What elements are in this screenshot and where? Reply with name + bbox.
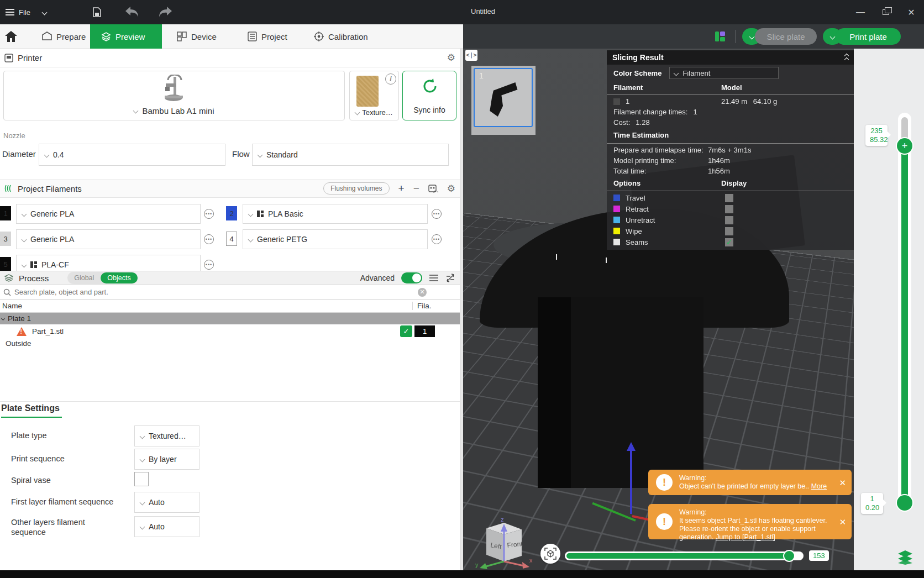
object-filament-badge[interactable]: 1: [414, 325, 435, 337]
layer-slider-bottom-handle[interactable]: [897, 495, 912, 511]
home-icon[interactable]: [4, 30, 18, 43]
sync-info-label: Sync info: [403, 106, 456, 114]
compare-presets-icon[interactable]: [445, 274, 455, 282]
seams-display-checkbox[interactable]: ✓: [725, 238, 733, 246]
filament-color-swatch: [613, 98, 620, 105]
arrange-layout-icon[interactable]: [715, 31, 726, 42]
plate-thumbnail-list: 1: [471, 66, 536, 135]
slicing-result-title: Slicing Result: [612, 53, 664, 62]
info-icon[interactable]: i: [385, 73, 396, 85]
outside-row[interactable]: Outside: [6, 339, 32, 348]
filament-2-menu[interactable]: •••: [432, 209, 442, 219]
printer-selector[interactable]: Bambu Lab A1 mini: [3, 71, 345, 120]
svg-text:y: y: [475, 561, 479, 568]
plate-type-setting-dropdown[interactable]: Textured…: [134, 425, 200, 446]
filament-5-dropdown[interactable]: PLA-CF: [16, 255, 201, 271]
navigation-cube[interactable]: Left Front z y x: [475, 516, 533, 569]
filament-1-badge: 1: [0, 206, 11, 220]
options-column-header: Options: [613, 179, 641, 187]
printer-settings-gear-icon[interactable]: ⚙: [447, 52, 455, 64]
filament-settings-gear-icon[interactable]: ⚙: [447, 183, 455, 195]
step-slider[interactable]: [565, 551, 804, 560]
undo-icon[interactable]: [123, 5, 141, 19]
close-warning-icon[interactable]: ✕: [839, 518, 846, 526]
flushing-volumes-button[interactable]: Flushing volumes: [323, 182, 389, 195]
wipe-display-checkbox[interactable]: [725, 227, 733, 235]
filament-2-dropdown[interactable]: PLA Basic: [243, 204, 428, 224]
advanced-toggle[interactable]: [401, 272, 422, 283]
travel-display-checkbox[interactable]: [725, 194, 733, 202]
chevron-down-icon: [22, 262, 27, 267]
step-slider-handle[interactable]: [783, 550, 795, 562]
display-column-header: Display: [721, 179, 847, 187]
close-button[interactable]: ✕: [899, 0, 924, 24]
print-plate-button[interactable]: Print plate: [836, 28, 901, 45]
close-warning-icon[interactable]: ✕: [839, 479, 846, 487]
chevron-down-icon: [258, 152, 263, 157]
warning-more-link[interactable]: More: [811, 482, 827, 490]
collapse-panel-button[interactable]: <|>: [465, 50, 477, 61]
time-row-label: Total time:: [613, 167, 708, 175]
add-filament-button[interactable]: +: [398, 182, 405, 195]
left-panel: Printer ⚙ Bambu Lab A1 mini i Texture…: [0, 49, 460, 570]
ams-sync-icon[interactable]: [428, 184, 438, 193]
tab-device[interactable]: Device: [166, 24, 228, 49]
chevron-down-icon: [140, 524, 145, 529]
tab-project[interactable]: Project: [237, 24, 298, 49]
maximize-button[interactable]: [873, 0, 899, 24]
fit-view-button[interactable]: [540, 544, 560, 564]
layers-view-icon[interactable]: [897, 550, 914, 565]
plate-row[interactable]: Plate 1: [0, 313, 460, 324]
filament-3-dropdown[interactable]: Generic PLA: [16, 229, 201, 249]
spiral-vase-checkbox[interactable]: [134, 472, 149, 486]
collapse-panel-icon[interactable]: [845, 54, 848, 61]
search-input[interactable]: [14, 288, 414, 296]
prepare-icon: [42, 31, 52, 41]
tab-calibration[interactable]: Calibration: [303, 24, 379, 49]
process-objects-tab[interactable]: Objects: [101, 272, 137, 283]
warning-text: Object can't be printed for empty layer …: [679, 482, 809, 490]
filament-usage: 21.49 m 64.10 g: [721, 97, 847, 106]
clear-search-icon[interactable]: ✕: [418, 288, 427, 297]
filament-5-menu[interactable]: •••: [204, 260, 214, 270]
minimize-button[interactable]: —: [848, 0, 873, 24]
retract-display-checkbox[interactable]: [725, 205, 733, 213]
filament-1-dropdown[interactable]: Generic PLA: [16, 204, 201, 224]
chevron-down-icon: [140, 456, 145, 462]
plate-1-thumbnail[interactable]: 1: [474, 68, 533, 127]
other-layers-sequence-dropdown[interactable]: Auto: [134, 516, 200, 537]
save-icon[interactable]: [91, 7, 102, 18]
object-visible-check[interactable]: ✓: [400, 325, 412, 337]
flow-dropdown[interactable]: Standard: [252, 144, 449, 166]
layer-slider-track[interactable]: +: [898, 113, 911, 512]
sync-info-button[interactable]: Sync info: [402, 71, 456, 120]
filament-4-menu[interactable]: •••: [432, 234, 442, 244]
filament-slots: 1 Generic PLA ••• 2 PLA Basic ••• 3 Gene…: [0, 198, 460, 271]
first-layer-sequence-dropdown[interactable]: Auto: [134, 492, 200, 513]
slice-plate-button[interactable]: Slice plate: [755, 28, 817, 45]
tab-preview[interactable]: Preview: [90, 24, 162, 49]
color-scheme-dropdown[interactable]: Filament: [669, 67, 779, 79]
filament-4-dropdown[interactable]: Generic PETG: [243, 229, 428, 249]
filament-1-menu[interactable]: •••: [204, 209, 214, 219]
object-row[interactable]: ! Part_1.stl ✓ 1: [0, 325, 460, 338]
filament-3-menu[interactable]: •••: [204, 234, 214, 244]
file-menu[interactable]: File: [0, 8, 61, 17]
layer-slider-strip: + 235 85.32 1 0.20: [854, 49, 924, 570]
collapse-icon[interactable]: [1, 317, 5, 320]
warning-jump-link[interactable]: Jump to [Part_1.stl]: [716, 533, 775, 541]
preset-list-icon[interactable]: [429, 274, 439, 282]
tab-prepare[interactable]: Prepare: [31, 24, 97, 49]
process-global-tab[interactable]: Global: [67, 274, 101, 282]
unretract-display-checkbox[interactable]: [725, 216, 733, 224]
calibration-icon: [314, 31, 324, 41]
diameter-dropdown[interactable]: 0.4: [39, 144, 225, 166]
device-icon: [177, 31, 187, 41]
remove-filament-button[interactable]: −: [413, 182, 419, 195]
plate-type-selector[interactable]: i Texture…: [349, 71, 399, 120]
plate-settings-title: Plate Settings: [1, 403, 62, 418]
layer-slider-top-handle[interactable]: +: [897, 138, 912, 154]
print-sequence-dropdown[interactable]: By layer: [134, 449, 200, 470]
redo-icon[interactable]: [156, 5, 175, 19]
time-row-value: 7m6s + 3m1s: [708, 146, 751, 154]
